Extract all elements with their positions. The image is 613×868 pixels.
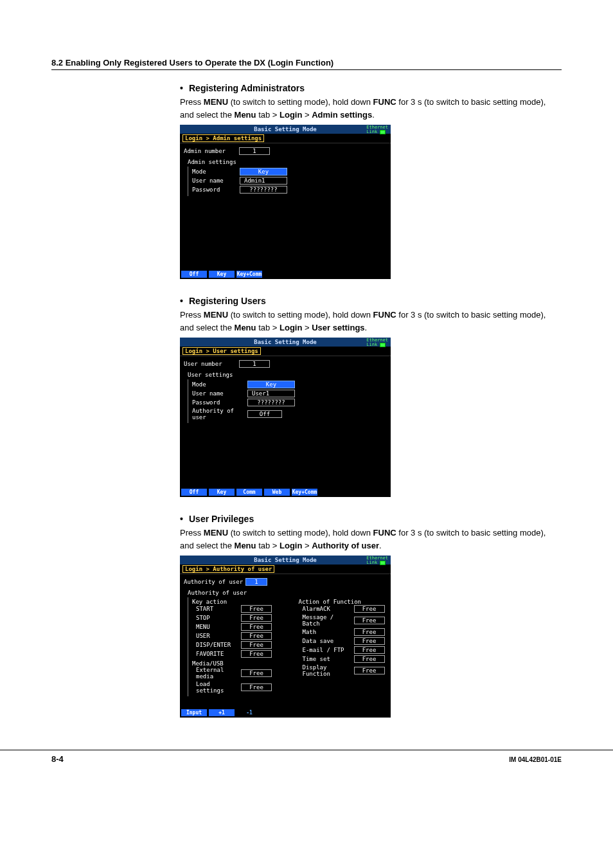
- screen-title: Basic Setting Mode Ethernet Link: [180, 125, 391, 134]
- label-math: Math: [303, 629, 354, 635]
- desc-users: Press MENU (to switch to setting mode), …: [180, 309, 562, 334]
- desc-admins: Press MENU (to switch to setting mode), …: [180, 96, 562, 121]
- label-loadset: Load settings: [196, 681, 241, 694]
- opt-input[interactable]: Input: [181, 709, 208, 716]
- label-mode: Mode: [192, 168, 240, 175]
- ethernet-indicator: Ethernet Link: [366, 338, 388, 347]
- link-led-icon: [380, 561, 386, 565]
- field-user-number[interactable]: 1: [239, 360, 270, 368]
- opt-key[interactable]: Key: [209, 271, 235, 278]
- field-authority[interactable]: Off: [247, 410, 282, 418]
- screen-title: Basic Setting Mode Ethernet Link: [180, 338, 391, 347]
- label-user-number: User number: [184, 361, 239, 367]
- label-extmedia: External media: [196, 667, 241, 680]
- subhead-privileges: •User Privileges: [180, 514, 562, 524]
- opt-key[interactable]: Key: [209, 489, 235, 496]
- label-password: Password: [192, 399, 247, 406]
- label-admin-number: Admin number: [184, 148, 239, 154]
- label-authority-of-user: Authority of user: [184, 579, 245, 585]
- label-password: Password: [192, 186, 240, 193]
- opt-off[interactable]: Off: [181, 489, 208, 496]
- label-msgbatch: Message / Batch: [303, 614, 354, 627]
- ethernet-indicator: Ethernet Link: [366, 556, 388, 565]
- label-mode: Mode: [192, 381, 247, 388]
- opt-minus1[interactable]: -1: [236, 709, 263, 716]
- group-authority: Authority of user: [188, 590, 387, 596]
- field-emailftp[interactable]: Free: [354, 646, 385, 654]
- breadcrumb: Login > User settings: [180, 347, 391, 356]
- field-user[interactable]: Free: [241, 632, 272, 640]
- field-username[interactable]: Admin1: [240, 177, 287, 185]
- field-username[interactable]: User1: [247, 390, 295, 397]
- screen-title: Basic Setting Mode Ethernet Link: [180, 556, 391, 565]
- label-emailftp: E-mail / FTP: [303, 647, 354, 653]
- label-user: USER: [196, 633, 241, 639]
- field-msgbatch[interactable]: Free: [354, 617, 385, 624]
- screen-user-settings: Basic Setting Mode Ethernet Link Login >…: [180, 338, 391, 497]
- doc-id: IM 04L42B01-01E: [509, 756, 562, 763]
- opt-keycomm[interactable]: Key+Comm: [236, 271, 263, 278]
- field-mode[interactable]: Key: [247, 381, 295, 388]
- opt-plus1[interactable]: +1: [209, 709, 235, 716]
- field-timeset[interactable]: Free: [354, 655, 385, 663]
- field-mode[interactable]: Key: [240, 168, 287, 176]
- link-led-icon: [380, 130, 386, 134]
- link-led-icon: [380, 343, 386, 347]
- field-password[interactable]: ????????: [247, 399, 295, 406]
- label-datasave: Data save: [303, 638, 354, 644]
- breadcrumb: Login > Authority of user: [180, 565, 391, 574]
- screen-admin-settings: Basic Setting Mode Ethernet Link Login >…: [180, 125, 391, 279]
- label-favorite: FAVORITE: [196, 651, 241, 657]
- desc-privileges: Press MENU (to switch to setting mode), …: [180, 527, 562, 552]
- screen-authority: Basic Setting Mode Ethernet Link Login >…: [180, 556, 391, 718]
- field-password[interactable]: ????????: [240, 186, 287, 194]
- field-extmedia[interactable]: Free: [241, 669, 272, 677]
- field-alarmack[interactable]: Free: [354, 605, 385, 613]
- field-math[interactable]: Free: [354, 628, 385, 636]
- label-start: START: [196, 606, 241, 612]
- opt-keycomm[interactable]: Key+Comm: [292, 489, 318, 496]
- subhead-admins: •Registering Administrators: [180, 83, 562, 93]
- field-stop[interactable]: Free: [241, 614, 272, 622]
- field-favorite[interactable]: Free: [241, 650, 272, 658]
- field-loadset[interactable]: Free: [241, 683, 272, 691]
- label-alarmack: AlarmACK: [303, 606, 354, 612]
- field-menu[interactable]: Free: [241, 623, 272, 631]
- subhead-users: •Registering Users: [180, 296, 562, 306]
- label-username: User name: [192, 390, 247, 397]
- field-start[interactable]: Free: [241, 605, 272, 613]
- group-user-settings: User settings: [188, 372, 387, 378]
- head-action-function: Action of Function: [299, 599, 387, 605]
- page-section-heading: 8.2 Enabling Only Registered Users to Op…: [51, 58, 562, 70]
- label-dispenter: DISP/ENTER: [196, 642, 241, 648]
- page-number: 8-4: [51, 754, 64, 764]
- label-timeset: Time set: [303, 656, 354, 662]
- opt-comm[interactable]: Comm: [236, 489, 263, 496]
- breadcrumb: Login > Admin settings: [180, 134, 391, 143]
- field-authority-num[interactable]: 1: [245, 578, 267, 586]
- field-admin-number[interactable]: 1: [239, 147, 270, 155]
- opt-web[interactable]: Web: [264, 489, 290, 496]
- label-username: User name: [192, 177, 240, 184]
- label-menu: MENU: [196, 624, 241, 630]
- head-media-usb: Media/USB: [192, 660, 281, 667]
- opt-off[interactable]: Off: [181, 271, 208, 278]
- field-datasave[interactable]: Free: [354, 637, 385, 645]
- group-admin-settings: Admin settings: [188, 159, 387, 165]
- field-dispenter[interactable]: Free: [241, 641, 272, 649]
- label-dispfunc: Display Function: [303, 664, 354, 677]
- ethernet-indicator: Ethernet Link: [366, 125, 388, 134]
- head-key-action: Key action: [192, 599, 281, 605]
- field-dispfunc[interactable]: Free: [354, 667, 385, 674]
- label-authority: Authority of user: [192, 408, 247, 420]
- label-stop: STOP: [196, 615, 241, 621]
